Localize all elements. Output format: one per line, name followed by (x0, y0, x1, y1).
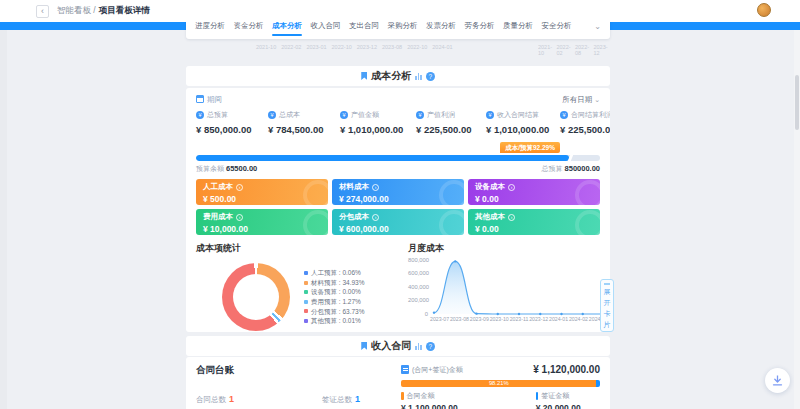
legend-item: 其他预算 : 0.01% (304, 316, 364, 326)
card-expense-cost[interactable]: 费用成本› ¥ 10,000.00 (196, 209, 328, 235)
help-icon[interactable]: ? (426, 342, 435, 351)
period-label: 期间 (196, 95, 222, 105)
legend-item: 设备预算 : 0.00% (304, 287, 364, 297)
chevron-right-icon: › (372, 214, 379, 221)
visa-amount-segment (596, 380, 600, 387)
card-equipment-cost[interactable]: 设备成本› ¥ 0.00 (468, 179, 600, 205)
chart-bars-icon (415, 73, 422, 80)
ghost-date: 2022-10 (407, 44, 427, 50)
card-subcontract-cost[interactable]: 分包成本› ¥ 600,000.00 (332, 209, 464, 235)
y-tick-label: 400,000 (408, 284, 428, 290)
background-dates-left: 2021-10 2022-02 2023-01 2022-10 2023-12 … (256, 44, 453, 50)
ghost-date: 2022-02 (281, 44, 301, 50)
to-bottom-arrow-icon (772, 375, 783, 386)
card-material-cost[interactable]: 材料成本› ¥ 274,000.00 (332, 179, 464, 205)
period-filter-row: 期间 所有日期⌄ (196, 95, 600, 105)
legend-item: 费用预算 : 1.27% (304, 297, 364, 307)
page-scrollbar[interactable] (794, 30, 800, 409)
legend-marker (536, 392, 539, 400)
coin-icon: ¥ (486, 111, 494, 119)
ghost-date: 2022-08 (575, 44, 592, 56)
coin-icon: ¥ (416, 111, 424, 119)
amount-label: (合同+签证)金额 (412, 365, 463, 375)
coin-icon: ¥ (340, 111, 348, 119)
side-tab-char: 卡 (604, 309, 611, 319)
cost-section-header: 成本分析 ? (186, 66, 610, 86)
coin-icon: ¥ (268, 111, 276, 119)
donut-chart-title: 成本项统计 (196, 242, 408, 255)
y-tick-label: 0 (408, 311, 428, 317)
document-icon (401, 365, 409, 374)
chevron-right-icon: › (236, 214, 243, 221)
cost-item-stats-chart: 成本项统计 人工预算 : 0.06%材料预算 : 34.93%设备预算 : 0.… (196, 242, 408, 331)
legend-dot-icon (304, 319, 308, 323)
expand-cards-side-tab[interactable]: 展 开 卡 片 (600, 279, 614, 332)
help-icon[interactable]: ? (426, 72, 435, 81)
budget-remaining: 预算余额65500.00 (196, 164, 257, 174)
legend-item: 材料预算 : 34.93% (304, 278, 364, 288)
metric-total-cost: ¥总成本 ¥ 784,500.00 (268, 110, 340, 135)
cost-donut-chart[interactable] (222, 263, 290, 331)
income-contract-panel: 合同台账 合同总数1 签证总数1 (合同+签证)金额 ¥ 1,120,000.0… (186, 357, 610, 409)
calendar-icon (196, 95, 204, 103)
tabbar-collapse-chevron-icon[interactable]: ⌄ (594, 22, 601, 31)
legend-dot-icon (304, 300, 308, 304)
cost-section-title: 成本分析 (371, 69, 411, 83)
legend-item: 人工预算 : 0.06% (304, 268, 364, 278)
contract-amount-segment: 98.21% (401, 380, 596, 387)
scrollbar-thumb[interactable] (795, 75, 799, 130)
y-tick-label: 600,000 (408, 270, 428, 276)
top-header-bar: ‹ 智能看板 / 项目看板详情 (0, 0, 800, 22)
monthly-area-plot[interactable] (430, 255, 608, 321)
scroll-to-bottom-button[interactable] (765, 368, 790, 393)
coin-icon: ¥ (196, 111, 204, 119)
card-other-cost[interactable]: 其他成本› ¥ 0.00 (468, 209, 600, 235)
budget-progress-bar (196, 155, 600, 161)
ghost-date: 2022-10 (332, 44, 352, 50)
legend-dot-icon (304, 290, 308, 294)
chevron-right-icon: › (508, 184, 515, 191)
breadcrumb[interactable]: 智能看板 / (57, 5, 96, 17)
budget-total: 总预算850000.00 (542, 164, 600, 174)
visa-count: 签证总数1 (322, 394, 360, 405)
ratio-badge-row: 成本/预算92.29% (196, 142, 600, 154)
cost-category-cards: 人工成本› ¥ 500.00 材料成本› ¥ 274,000.00 设备成本› … (196, 179, 600, 235)
income-section-header: 收入合同 ? (186, 336, 610, 356)
metric-output-amount: ¥产值金额 ¥ 1,010,000.00 (340, 110, 416, 135)
card-labor-cost[interactable]: 人工成本› ¥ 500.00 (196, 179, 328, 205)
legend-item: 分包预算 : 63.73% (304, 307, 364, 317)
legend-contract-amount: 合同金额 ¥ 1,100,000.00 (401, 391, 458, 409)
user-avatar[interactable] (757, 3, 771, 17)
chevron-right-icon: › (372, 184, 379, 191)
monthly-chart-title: 月度成本 (408, 242, 600, 255)
metric-settlement-profit: ¥合同结算利润 ¥ 225,500.00 (560, 110, 610, 135)
budget-progress-labels: 预算余额65500.00 总预算850000.00 (196, 164, 600, 174)
legend-dot-icon (304, 281, 308, 285)
side-tab-char: 片 (604, 320, 611, 330)
coin-icon: ¥ (560, 111, 568, 119)
metrics-row: ¥总预算 ¥ 850,000.00 ¥总成本 ¥ 784,500.00 ¥产值金… (196, 110, 600, 135)
budget-progress-fill (196, 155, 569, 161)
charts-row: 成本项统计 人工预算 : 0.06%材料预算 : 34.93%设备预算 : 0.… (196, 242, 600, 331)
side-tab-char: 开 (604, 298, 611, 308)
y-tick-label: 800,000 (408, 257, 428, 263)
cost-budget-ratio-badge: 成本/预算92.29% (500, 142, 560, 153)
metric-income-settlement: ¥收入合同结算 ¥ 1,010,000.00 (486, 110, 560, 135)
amount-total: ¥ 1,120,000.00 (533, 364, 600, 375)
monthly-cost-chart: 月度成本 800,000600,000400,000200,0000 2023-… (408, 242, 600, 331)
left-page-edge (0, 30, 7, 409)
date-range-dropdown[interactable]: 所有日期⌄ (562, 95, 600, 105)
back-button[interactable]: ‹ (36, 5, 49, 18)
bookmark-icon (361, 342, 367, 350)
ledger-title: 合同台账 (196, 364, 401, 377)
ghost-date: 2023-01 (306, 44, 326, 50)
metric-total-budget: ¥总预算 ¥ 850,000.00 (196, 110, 268, 135)
contract-ledger-block: 合同台账 合同总数1 签证总数1 (196, 364, 401, 409)
contract-count: 合同总数1 (196, 394, 234, 405)
side-tab-char: 展 (604, 287, 611, 297)
background-axis-dates: 2021-10 2022-02 2023-01 2022-10 2023-12 … (186, 44, 610, 54)
contract-amount-block: (合同+签证)金额 ¥ 1,120,000.00 98.21% 合同金额 ¥ 1… (401, 364, 600, 409)
background-dates-right: 2021-10 2022-02 2022-08 2023-12 (538, 44, 610, 56)
ghost-date: 2023-08 (382, 44, 402, 50)
chevron-right-icon: › (508, 214, 515, 221)
